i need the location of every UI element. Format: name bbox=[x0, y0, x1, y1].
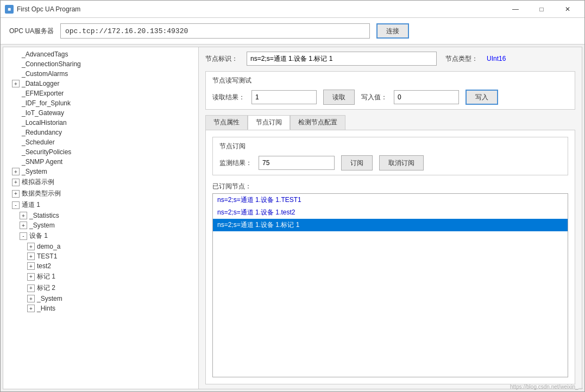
server-url-input[interactable] bbox=[60, 23, 370, 39]
tree-item-label: _System bbox=[22, 168, 47, 175]
maximize-button[interactable]: □ bbox=[529, 1, 554, 17]
expand-icon[interactable]: + bbox=[27, 273, 35, 281]
tree-item[interactable]: _EFMExporter bbox=[3, 88, 198, 98]
tree-item-label: _EFMExporter bbox=[22, 90, 64, 97]
tree-item-label: _Scheduler bbox=[22, 138, 55, 146]
tree-item-label: _DataLogger bbox=[22, 80, 59, 87]
tree-item[interactable]: _Scheduler bbox=[3, 137, 198, 147]
minimize-button[interactable]: — bbox=[503, 1, 528, 17]
tree-item-label: test2 bbox=[37, 262, 51, 270]
rw-row: 读取结果： 读取 写入值： 写入 bbox=[212, 90, 568, 105]
rw-section: 节点读写测试 读取结果： 读取 写入值： 写入 bbox=[205, 71, 575, 110]
tree-item[interactable]: -通道 1 bbox=[3, 199, 198, 211]
expand-icon[interactable]: + bbox=[27, 284, 35, 292]
expand-icon[interactable]: + bbox=[12, 190, 20, 198]
tree-item[interactable]: _IDF_for_Splunk bbox=[3, 98, 198, 108]
unsubscribe-button[interactable]: 取消订阅 bbox=[379, 155, 424, 170]
write-value-label: 写入值： bbox=[361, 93, 387, 102]
tree-container: _AdvancedTags_ConnectionSharing_CustomAl… bbox=[3, 49, 198, 313]
expand-icon[interactable]: + bbox=[12, 168, 20, 175]
tree-item-label: _System bbox=[29, 222, 55, 229]
subscription-title: 节点订阅 bbox=[219, 142, 561, 151]
tree-panel: _AdvancedTags_ConnectionSharing_CustomAl… bbox=[3, 47, 199, 389]
expand-icon[interactable]: + bbox=[27, 252, 35, 260]
tree-item[interactable]: _SecurityPolicies bbox=[3, 147, 198, 157]
title-bar-left: ■ First Opc UA Program bbox=[5, 5, 80, 14]
tree-item-label: demo_a bbox=[37, 243, 60, 250]
tree-item-label: _System bbox=[37, 295, 62, 302]
window-controls: — □ ✕ bbox=[503, 1, 580, 17]
toolbar: OPC UA服务器 连接 bbox=[1, 18, 584, 45]
tree-item[interactable]: +_System bbox=[3, 167, 198, 176]
close-button[interactable]: ✕ bbox=[555, 1, 580, 17]
tree-item[interactable]: _SNMP Agent bbox=[3, 157, 198, 167]
tree-item-label: _Redundancy bbox=[22, 129, 62, 136]
tree-item[interactable]: +_System bbox=[3, 294, 198, 304]
expand-icon[interactable]: + bbox=[27, 243, 35, 250]
tab-monitor[interactable]: 检测节点配置 bbox=[290, 115, 345, 130]
tree-item[interactable]: +标记 2 bbox=[3, 282, 198, 294]
tree-item[interactable]: +_DataLogger bbox=[3, 79, 198, 88]
tree-item[interactable]: -设备 1 bbox=[3, 230, 198, 242]
tree-item-label: _Hints bbox=[37, 305, 55, 312]
tree-item[interactable]: +数据类型示例 bbox=[3, 188, 198, 199]
expand-icon[interactable]: + bbox=[27, 305, 35, 312]
expand-icon[interactable]: + bbox=[12, 80, 20, 87]
tree-item-label: TEST1 bbox=[37, 252, 57, 260]
right-panel: 节点标识： 节点类型： UInt16 节点读写测试 读取结果： 读取 写入值： … bbox=[199, 47, 582, 389]
tab-subscription[interactable]: 节点订阅 bbox=[248, 115, 290, 130]
tree-item[interactable]: _AdvancedTags bbox=[3, 49, 198, 59]
tabs-bar: 节点属性 节点订阅 检测节点配置 bbox=[205, 115, 575, 130]
tree-item-label: 标记 2 bbox=[37, 283, 55, 293]
tree-item[interactable]: +TEST1 bbox=[3, 251, 198, 261]
subscribed-item[interactable]: ns=2;s=通道 1.设备 1.标记 1 bbox=[213, 219, 568, 231]
node-id-input[interactable] bbox=[247, 52, 437, 66]
write-button[interactable]: 写入 bbox=[466, 90, 498, 105]
subscribed-item[interactable]: ns=2;s=通道 1.设备 1.test2 bbox=[213, 206, 568, 219]
subscribe-button[interactable]: 订阅 bbox=[341, 155, 373, 170]
tree-item[interactable]: +_Statistics bbox=[3, 211, 198, 220]
tree-item[interactable]: +模拟器示例 bbox=[3, 176, 198, 188]
collapse-icon[interactable]: - bbox=[12, 201, 20, 209]
rw-section-title: 节点读写测试 bbox=[212, 76, 568, 85]
tree-item[interactable]: _IoT_Gateway bbox=[3, 108, 198, 118]
expand-icon[interactable]: + bbox=[20, 212, 27, 219]
tree-item[interactable]: +test2 bbox=[3, 261, 198, 271]
tree-item-label: 模拟器示例 bbox=[22, 178, 54, 187]
main-content: _AdvancedTags_ConnectionSharing_CustomAl… bbox=[3, 47, 582, 389]
tree-item[interactable]: +标记 1 bbox=[3, 271, 198, 282]
read-button[interactable]: 读取 bbox=[323, 90, 355, 105]
expand-icon[interactable]: + bbox=[12, 179, 20, 186]
node-id-label: 节点标识： bbox=[205, 54, 238, 64]
expand-icon[interactable]: + bbox=[27, 295, 35, 302]
collapse-icon[interactable]: - bbox=[20, 232, 27, 240]
tree-item-label: _SNMP Agent bbox=[22, 158, 62, 166]
tree-item[interactable]: _CustomAlarms bbox=[3, 69, 198, 79]
read-result-label: 读取结果： bbox=[212, 93, 245, 102]
tree-item[interactable]: _LocalHistorian bbox=[3, 118, 198, 128]
main-window: ■ First Opc UA Program — □ ✕ OPC UA服务器 连… bbox=[0, 0, 585, 392]
tree-item-label: _IDF_for_Splunk bbox=[22, 99, 71, 107]
tree-item-label: _SecurityPolicies bbox=[22, 148, 71, 156]
expand-icon[interactable]: + bbox=[20, 222, 27, 229]
tree-item[interactable]: +demo_a bbox=[3, 242, 198, 251]
write-value-input[interactable] bbox=[394, 90, 459, 104]
tree-item[interactable]: _Redundancy bbox=[3, 128, 198, 137]
tree-item[interactable]: +_Hints bbox=[3, 304, 198, 313]
subscription-section: 节点订阅 监测结果： 订阅 取消订阅 bbox=[212, 137, 568, 175]
tree-item-label: _Statistics bbox=[29, 212, 59, 219]
tree-item[interactable]: _ConnectionSharing bbox=[3, 59, 198, 69]
subscribed-item[interactable]: ns=2;s=通道 1.设备 1.TEST1 bbox=[213, 194, 568, 206]
tree-item-label: _IoT_Gateway bbox=[22, 109, 64, 117]
monitor-result-input[interactable] bbox=[259, 156, 335, 170]
tab-properties[interactable]: 节点属性 bbox=[205, 115, 248, 130]
app-icon: ■ bbox=[5, 5, 14, 14]
tree-item-label: 通道 1 bbox=[22, 200, 40, 210]
read-result-input[interactable] bbox=[251, 90, 317, 104]
expand-icon[interactable]: + bbox=[27, 262, 35, 270]
tree-item[interactable]: +_System bbox=[3, 220, 198, 230]
subscription-row: 监测结果： 订阅 取消订阅 bbox=[219, 155, 561, 170]
monitor-label: 监测结果： bbox=[219, 159, 252, 168]
subscribed-nodes-area: 已订阅节点： ns=2;s=通道 1.设备 1.TEST1ns=2;s=通道 1… bbox=[212, 182, 568, 377]
connect-button[interactable]: 连接 bbox=[376, 23, 409, 39]
